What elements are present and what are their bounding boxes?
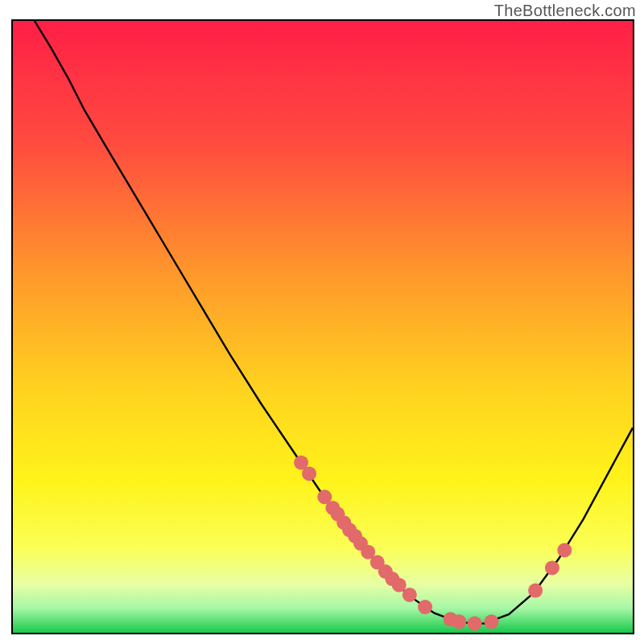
- curve-layer: [13, 21, 633, 633]
- chart-stage: TheBottleneck.com: [0, 0, 644, 644]
- data-marker: [402, 588, 417, 602]
- bottleneck-curve: [35, 21, 633, 624]
- data-marker: [302, 466, 316, 481]
- data-marker: [418, 600, 432, 614]
- data-marker: [468, 617, 482, 631]
- data-markers: [294, 456, 572, 631]
- data-marker: [557, 543, 572, 557]
- data-marker: [484, 614, 498, 629]
- data-marker: [452, 614, 466, 629]
- data-marker: [528, 584, 543, 598]
- plot-area: [11, 19, 634, 634]
- data-marker: [545, 560, 559, 575]
- watermark-text: TheBottleneck.com: [494, 2, 636, 20]
